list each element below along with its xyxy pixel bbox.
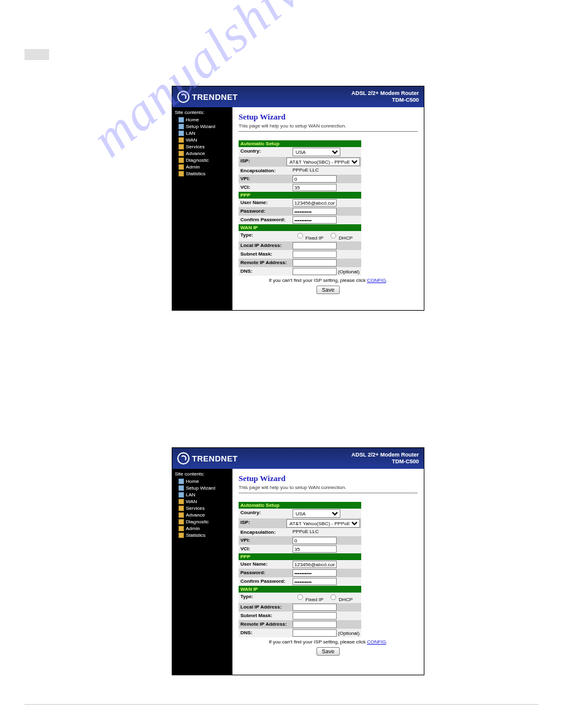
password-label: Password: (239, 207, 291, 216)
folder-icon (178, 144, 184, 150)
username-input[interactable] (293, 561, 337, 568)
subnet-input[interactable] (293, 251, 337, 258)
sidebar-item-wan[interactable]: WAN (175, 137, 230, 143)
type-fixed-radio[interactable] (297, 594, 303, 600)
divider (239, 131, 418, 132)
confirm-input[interactable] (293, 216, 337, 224)
isp-select[interactable]: AT&T Yahoo(SBC) - PPPoE (286, 519, 360, 528)
sidebar-item-services[interactable]: Services (175, 143, 230, 150)
confirm-label: Confirm Password: (239, 577, 291, 586)
page-icon (178, 492, 184, 498)
sidebar-item-admin[interactable]: Admin (175, 164, 230, 170)
remoteip-input[interactable] (293, 621, 337, 628)
sidebar-item-label: Services (186, 506, 205, 511)
sidebar-item-statistics[interactable]: Statistics (175, 532, 230, 539)
sidebar-item-setup-wizard[interactable]: Setup Wizard (175, 123, 230, 130)
vci-input[interactable] (293, 184, 337, 191)
folder-icon (178, 526, 184, 531)
type-fixed-radio[interactable] (297, 233, 303, 238)
type-dhcp-radio[interactable] (331, 594, 336, 600)
save-button[interactable]: Save (316, 286, 340, 294)
confirm-label: Confirm Password: (239, 216, 291, 224)
dns-input[interactable] (293, 268, 337, 275)
bottom-note: If you can't find your ISP setting, plea… (239, 278, 418, 283)
sidebar-item-home[interactable]: Home (175, 478, 230, 485)
isp-label: ISP: (239, 518, 285, 528)
sidebar-title: Site contents: (175, 471, 230, 477)
isp-label: ISP: (239, 157, 285, 167)
type-label: Type: (239, 593, 291, 603)
encap-value: PPPoE LLC (291, 167, 361, 175)
sidebar-item-setup-wizard[interactable]: Setup Wizard (175, 485, 230, 491)
section-automatic: Automatic Setup (239, 502, 361, 509)
vpi-label: VPI: (239, 175, 291, 183)
sidebar-item-label: Home (186, 117, 199, 123)
isp-select[interactable]: AT&T Yahoo(SBC) - PPPoE (286, 157, 360, 166)
dns-input[interactable] (293, 629, 337, 637)
sidebar-item-label: LAN (186, 492, 196, 498)
type-dhcp-radio[interactable] (331, 233, 336, 238)
sidebar-item-advance[interactable]: Advance (175, 512, 230, 518)
sidebar-item-services[interactable]: Services (175, 505, 230, 512)
page-icon (178, 124, 184, 129)
config-link[interactable]: CONFIG (367, 639, 386, 645)
section-ppp: PPP (239, 553, 361, 560)
sidebar-item-diagnostic[interactable]: Diagnostic (175, 157, 230, 164)
sidebar-item-label: WAN (186, 499, 197, 504)
country-select[interactable]: USA (293, 509, 340, 518)
page-title: Setup Wizard (239, 474, 418, 483)
sidebar-item-label: Services (186, 144, 205, 150)
localip-input[interactable] (293, 604, 337, 611)
username-input[interactable] (293, 199, 337, 207)
product-line1: ADSL 2/2+ Modem Router (351, 90, 419, 97)
sidebar-item-label: WAN (186, 137, 197, 143)
remoteip-input[interactable] (293, 259, 337, 267)
sidebar-item-label: Advance (186, 512, 205, 518)
folder-icon (178, 137, 184, 143)
sidebar-item-home[interactable]: Home (175, 116, 230, 123)
sidebar-item-label: LAN (186, 131, 196, 136)
optional-label: (Optional) (338, 631, 359, 636)
folder-icon (178, 171, 184, 176)
optional-label: (Optional) (338, 269, 359, 275)
router-panel-bottom: TRENDNET ADSL 2/2+ Modem Router TDM-C500… (172, 447, 424, 675)
page-title: Setup Wizard (239, 112, 418, 122)
type-fixed-label: Fixed IP (305, 597, 323, 602)
header-bar: TRENDNET ADSL 2/2+ Modem Router TDM-C500 (172, 448, 424, 469)
sidebar-item-statistics[interactable]: Statistics (175, 170, 230, 177)
sidebar-item-admin[interactable]: Admin (175, 525, 230, 532)
product-line2: TDM-C500 (351, 97, 419, 104)
router-panel-top: TRENDNET ADSL 2/2+ Modem Router TDM-C500… (172, 86, 424, 311)
password-input[interactable] (293, 569, 337, 577)
password-input[interactable] (293, 208, 337, 215)
sidebar-item-label: Advance (186, 151, 205, 156)
sidebar-title: Site contents: (175, 110, 230, 115)
vpi-input[interactable] (293, 175, 337, 183)
section-automatic: Automatic Setup (239, 140, 361, 147)
sidebar-item-wan[interactable]: WAN (175, 498, 230, 505)
save-button[interactable]: Save (316, 647, 340, 656)
sidebar-item-lan[interactable]: LAN (175, 130, 230, 137)
sidebar-item-label: Admin (186, 164, 200, 170)
confirm-input[interactable] (293, 578, 337, 585)
localip-input[interactable] (293, 242, 337, 249)
sidebar-item-diagnostic[interactable]: Diagnostic (175, 518, 230, 525)
logo-text: TRENDNET (192, 93, 238, 102)
vpi-input[interactable] (293, 537, 337, 544)
sidebar-item-advance[interactable]: Advance (175, 150, 230, 157)
config-link[interactable]: CONFIG (367, 278, 386, 283)
note-suffix: . (386, 639, 388, 645)
country-label: Country: (239, 147, 291, 157)
country-select[interactable]: USA (293, 148, 340, 156)
sidebar: Site contents: Home Setup Wizard LAN WAN… (172, 469, 232, 675)
vci-input[interactable] (293, 545, 337, 553)
vci-label: VCI: (239, 545, 291, 553)
type-dhcp-label: DHCP (339, 235, 353, 241)
encap-label: Encapsulation: (239, 528, 291, 536)
sidebar-item-lan[interactable]: LAN (175, 491, 230, 498)
sidebar-item-label: Statistics (186, 533, 205, 538)
subnet-input[interactable] (293, 612, 337, 620)
header-product: ADSL 2/2+ Modem Router TDM-C500 (351, 452, 419, 465)
setup-form: Automatic Setup Country:USA ISP:AT&T Yah… (239, 140, 361, 276)
localip-label: Local IP Address: (239, 603, 291, 612)
